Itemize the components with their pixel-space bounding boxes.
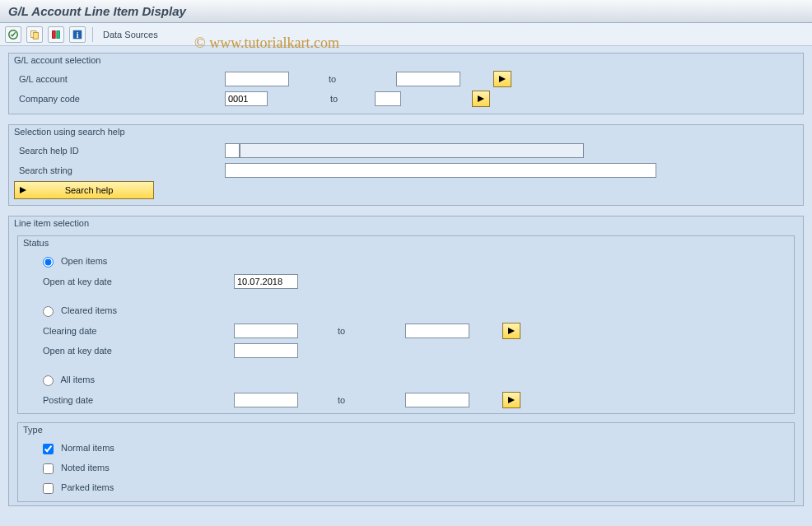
input-cleared-key-date[interactable]: [234, 343, 298, 358]
checkbox-noted-items[interactable]: [43, 463, 54, 474]
row-search-string: Search string: [9, 161, 803, 180]
input-gl-account-to[interactable]: [396, 72, 460, 86]
row-search-help-btn: Search help: [9, 180, 803, 200]
search-help-button[interactable]: Search help: [14, 181, 154, 199]
subgroup-status: Status Open items Open at key date Clear…: [17, 235, 795, 414]
label-posting-date: Posting date: [28, 395, 234, 405]
execute-icon[interactable]: [5, 26, 21, 43]
label-to: to: [298, 326, 405, 336]
row-cleared-items: Cleared items: [18, 301, 794, 321]
label-parked-items: Parked items: [61, 482, 114, 492]
checkbox-parked-items[interactable]: [43, 483, 54, 494]
input-search-string[interactable]: [225, 163, 656, 178]
label-company-code: Company code: [19, 94, 225, 104]
row-all-items: All items: [18, 370, 794, 390]
svg-text:i: i: [77, 30, 79, 39]
row-parked-items: Parked items: [18, 478, 794, 498]
radio-wrap-cleared: Cleared items: [28, 305, 234, 317]
subgroup-title-type: Type: [18, 423, 794, 439]
label-to: to: [298, 395, 405, 405]
input-company-code-from[interactable]: [225, 91, 268, 106]
label-cleared-key-date: Open at key date: [28, 346, 234, 356]
label-open-items: Open items: [61, 256, 107, 266]
input-posting-date-to[interactable]: [405, 393, 469, 407]
data-sources-button[interactable]: Data Sources: [100, 30, 161, 40]
row-company-code: Company code to: [9, 89, 803, 109]
row-open-key-date: Open at key date: [18, 272, 794, 291]
svg-rect-4: [57, 30, 60, 38]
radio-cleared-items[interactable]: [43, 306, 54, 317]
title-bar: G/L Account Line Item Display: [0, 0, 812, 23]
row-noted-items: Noted items: [18, 459, 794, 478]
wrap-noted: Noted items: [28, 463, 234, 474]
input-open-key-date[interactable]: [234, 274, 298, 289]
label-open-key-date: Open at key date: [28, 277, 234, 286]
page-title: G/L Account Line Item Display: [8, 4, 186, 18]
multiple-selection-company-code[interactable]: [472, 91, 490, 107]
group-gl-account-selection: G/L account selection G/L account to Com…: [8, 53, 804, 114]
group-title-line-item: Line item selection: [9, 216, 803, 232]
row-posting-date: Posting date to: [18, 390, 794, 410]
label-search-help-id: Search help ID: [19, 146, 225, 156]
radio-wrap-all: All items: [28, 375, 234, 386]
group-search-help: Selection using search help Search help …: [8, 124, 804, 206]
radio-all-items[interactable]: [43, 375, 54, 386]
application-toolbar: i Data Sources: [0, 23, 812, 46]
row-clearing-date: Clearing date to: [18, 321, 794, 341]
row-cleared-key-date: Open at key date: [18, 341, 794, 361]
label-cleared-items: Cleared items: [61, 305, 117, 315]
label-noted-items: Noted items: [61, 463, 110, 472]
selection-options-icon[interactable]: [48, 26, 64, 43]
label-to: to: [289, 74, 396, 84]
checkbox-normal-items[interactable]: [43, 444, 54, 454]
input-search-help-id[interactable]: [225, 143, 240, 158]
label-all-items: All items: [60, 375, 95, 384]
row-open-items: Open items: [18, 252, 794, 272]
multiple-selection-gl-account[interactable]: [493, 71, 511, 87]
label-clearing-date: Clearing date: [28, 326, 234, 336]
search-help-button-label: Search help: [36, 185, 153, 195]
input-clearing-date-to[interactable]: [405, 324, 469, 338]
label-to: to: [268, 94, 375, 104]
wrap-normal: Normal items: [28, 443, 234, 454]
subgroup-title-status: Status: [18, 236, 794, 252]
group-title-search-help: Selection using search help: [9, 125, 803, 141]
multiple-selection-posting-date[interactable]: [502, 392, 520, 408]
content-area: G/L account selection G/L account to Com…: [0, 46, 812, 526]
input-clearing-date-from[interactable]: [234, 324, 298, 338]
information-icon[interactable]: i: [69, 26, 86, 43]
input-search-help-desc: [240, 143, 584, 158]
wrap-parked: Parked items: [28, 482, 234, 494]
svg-rect-2: [33, 32, 38, 39]
row-search-help-id: Search help ID: [9, 141, 803, 161]
row-normal-items: Normal items: [18, 439, 794, 459]
group-title-gl: G/L account selection: [9, 54, 803, 69]
multiple-selection-clearing-date[interactable]: [502, 323, 520, 339]
radio-wrap-open: Open items: [28, 256, 234, 268]
radio-open-items[interactable]: [43, 257, 54, 268]
group-line-item-selection: Line item selection Status Open items Op…: [8, 216, 804, 506]
input-gl-account-from[interactable]: [225, 72, 289, 86]
get-variant-icon[interactable]: [26, 26, 43, 43]
svg-rect-3: [53, 30, 56, 38]
label-gl-account: G/L account: [19, 74, 225, 84]
label-search-string: Search string: [19, 165, 225, 175]
row-gl-account: G/L account to: [9, 69, 803, 89]
subgroup-type: Type Normal items Noted items Parked ite…: [17, 422, 795, 502]
label-normal-items: Normal items: [61, 443, 114, 453]
toolbar-separator: [92, 27, 93, 42]
input-company-code-to[interactable]: [375, 91, 401, 106]
input-posting-date-from[interactable]: [234, 393, 298, 407]
